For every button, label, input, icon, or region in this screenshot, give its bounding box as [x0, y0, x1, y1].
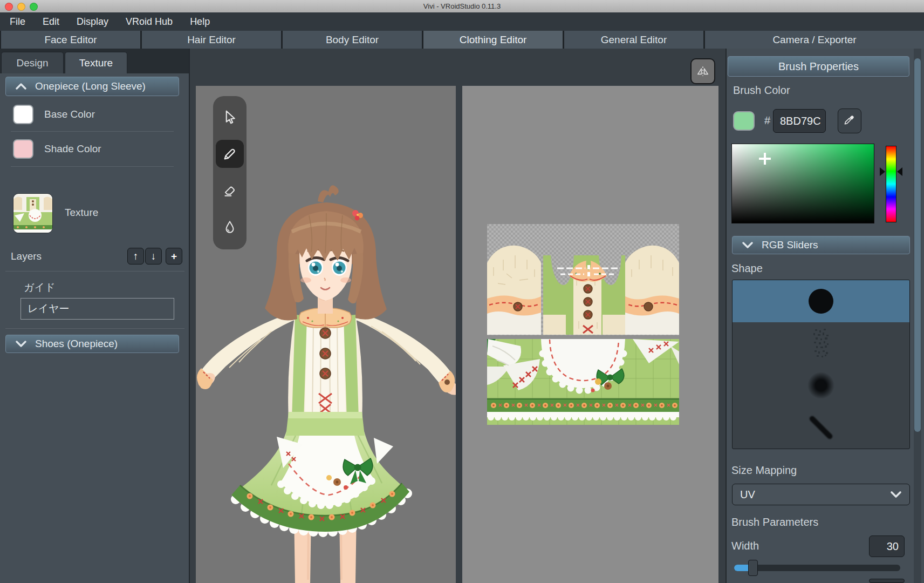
eraser-icon — [222, 182, 238, 198]
panel-scrollbar[interactable] — [914, 49, 921, 583]
paint-tool-palette — [213, 96, 247, 249]
cursor-icon — [222, 109, 238, 125]
size-mapping-label: Size Mapping — [731, 464, 797, 477]
width-value: 30 — [887, 540, 899, 553]
stroke-brush-icon — [809, 415, 834, 440]
width-slider[interactable] — [734, 565, 900, 571]
brush-shape-stroke[interactable] — [733, 406, 909, 449]
menu-display[interactable]: Display — [68, 12, 117, 31]
minimize-window-icon[interactable] — [17, 3, 25, 11]
window-title: Vivi - VRoidStudio 0.11.3 — [423, 2, 501, 10]
texture-thumbnail[interactable] — [13, 193, 53, 233]
plus-icon: + — [171, 250, 177, 262]
brush-color-swatch[interactable] — [733, 111, 755, 131]
divider — [5, 328, 184, 329]
saturation-value-picker[interactable] — [731, 144, 874, 223]
panel-tab-strip: Design Texture — [0, 49, 189, 73]
close-window-icon[interactable] — [5, 3, 13, 11]
brush-properties-header: Brush Properties — [728, 56, 909, 77]
tab-body-editor[interactable]: Body Editor — [283, 31, 422, 49]
uv-texture-map — [487, 224, 679, 425]
soft-round-brush-icon — [807, 371, 835, 399]
base-color-label: Base Color — [44, 109, 95, 120]
panel-scrollbar-thumb[interactable] — [914, 58, 921, 432]
base-color-swatch[interactable] — [13, 105, 33, 124]
hex-hash-prefix: # — [764, 114, 770, 127]
brush-color-hex-input[interactable] — [773, 109, 826, 133]
brush-shape-circle[interactable] — [733, 280, 909, 322]
brush-properties-panel: Brush Properties Brush Color # RGB Slide… — [725, 49, 924, 583]
tab-clothing-editor[interactable]: Clothing Editor — [423, 31, 563, 49]
circle-brush-icon — [809, 289, 833, 314]
tab-texture[interactable]: Texture — [65, 52, 127, 73]
hue-slider[interactable] — [886, 146, 896, 222]
down-arrow-icon: ↓ — [151, 250, 156, 262]
next-parameter-box-clipped — [869, 579, 905, 583]
chevron-down-icon — [16, 340, 26, 348]
size-mapping-value: UV — [740, 489, 755, 501]
texture-uv-viewport[interactable] — [462, 86, 718, 583]
zoom-window-icon[interactable] — [30, 3, 38, 11]
divider — [11, 131, 174, 132]
model-3d-viewport[interactable] — [196, 86, 456, 583]
shape-label: Shape — [731, 262, 763, 275]
brush-parameters-title: Brush Parameters — [731, 516, 818, 528]
section-title: Onepiece (Long Sleeve) — [35, 80, 146, 92]
layer-move-down-button[interactable]: ↓ — [145, 248, 162, 265]
layer-item-label: レイヤー — [28, 302, 69, 316]
texture-thumbnail-image — [13, 194, 52, 233]
noise-brush-icon — [811, 328, 831, 358]
brush-shape-soft-round[interactable] — [733, 364, 909, 406]
width-value-box[interactable]: 30 — [869, 535, 905, 557]
brush-shape-noise[interactable] — [733, 322, 909, 364]
editor-tab-bar: Face Editor Hair Editor Body Editor Clot… — [0, 31, 924, 49]
shade-color-label: Shade Color — [44, 143, 101, 155]
tab-general-editor[interactable]: General Editor — [564, 31, 703, 49]
rgb-sliders-title: RGB Sliders — [762, 239, 818, 251]
tab-hair-editor[interactable]: Hair Editor — [142, 31, 281, 49]
menu-vroid-hub[interactable]: VRoid Hub — [117, 12, 181, 31]
eraser-tool-button[interactable] — [216, 176, 244, 204]
divider — [11, 166, 174, 167]
chevron-up-icon — [16, 83, 26, 90]
pencil-icon — [222, 146, 238, 162]
tab-face-editor[interactable]: Face Editor — [1, 31, 140, 49]
up-arrow-icon: ↑ — [133, 250, 139, 262]
shade-color-swatch[interactable] — [13, 139, 33, 159]
blend-tool-button[interactable] — [216, 213, 244, 241]
layer-move-up-button[interactable]: ↑ — [127, 248, 144, 265]
hue-marker-left-icon — [880, 167, 885, 176]
clothing-texture-panel: Design Texture Onepiece (Long Sleeve) Ba… — [0, 49, 190, 583]
eyedropper-button[interactable] — [838, 109, 861, 133]
title-bar[interactable]: Vivi - VRoidStudio 0.11.3 — [0, 0, 924, 12]
width-slider-handle[interactable] — [748, 560, 758, 576]
tab-camera-exporter[interactable]: Camera / Exporter — [705, 31, 924, 49]
layer-group-guide[interactable]: ガイド — [24, 281, 55, 295]
menu-file[interactable]: File — [1, 12, 34, 31]
layer-item-selected[interactable]: レイヤー — [20, 298, 174, 320]
section-onepiece-long-sleeve[interactable]: Onepiece (Long Sleeve) — [5, 77, 179, 96]
layer-add-button[interactable]: + — [166, 248, 182, 265]
texture-item-label: Texture — [65, 207, 98, 219]
select-tool-button[interactable] — [216, 103, 244, 131]
canvas-area — [190, 49, 725, 583]
brush-properties-title: Brush Properties — [778, 60, 859, 73]
width-label: Width — [731, 540, 759, 552]
tab-design[interactable]: Design — [1, 52, 64, 73]
vroid-studio-window: Vivi - VRoidStudio 0.11.3 File Edit Disp… — [0, 0, 924, 583]
eyedropper-icon — [843, 114, 856, 127]
menu-help[interactable]: Help — [181, 12, 218, 31]
section-shoes-onepiece[interactable]: Shoes (Onepiece) — [5, 335, 179, 353]
droplet-icon — [222, 219, 238, 235]
section-rgb-sliders[interactable]: RGB Sliders — [732, 236, 910, 254]
chevron-down-icon — [890, 491, 902, 498]
section-title: Shoes (Onepiece) — [35, 338, 118, 350]
mirror-symmetry-button[interactable] — [690, 58, 715, 84]
menu-edit[interactable]: Edit — [34, 12, 68, 31]
color-picker-cursor[interactable] — [759, 153, 771, 165]
pencil-tool-button[interactable] — [216, 140, 244, 168]
chevron-down-icon — [742, 241, 753, 249]
mirror-icon — [696, 64, 710, 78]
size-mapping-dropdown[interactable]: UV — [732, 484, 910, 505]
layers-label: Layers — [11, 250, 42, 262]
